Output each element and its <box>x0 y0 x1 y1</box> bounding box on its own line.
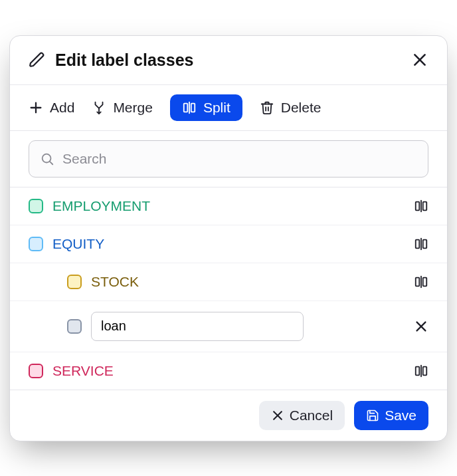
save-icon <box>366 409 379 422</box>
close-icon <box>271 409 284 422</box>
split-label: Split <box>203 100 230 116</box>
svg-rect-20 <box>416 366 420 375</box>
split-icon[interactable] <box>414 275 428 289</box>
add-label: Add <box>50 100 74 116</box>
split-icon[interactable] <box>414 364 428 378</box>
svg-rect-12 <box>416 239 420 248</box>
color-swatch <box>67 275 82 289</box>
split-icon[interactable] <box>414 237 428 251</box>
modal-header: Edit label classes <box>10 36 447 84</box>
split-icon <box>182 100 197 115</box>
new-label-input[interactable] <box>91 312 304 341</box>
svg-rect-5 <box>191 103 195 112</box>
save-button[interactable]: Save <box>354 401 428 430</box>
plus-icon <box>29 100 43 115</box>
add-button[interactable]: Add <box>29 100 74 116</box>
label-name: EQUITY <box>52 236 104 252</box>
svg-rect-10 <box>423 201 427 210</box>
svg-rect-9 <box>416 201 420 210</box>
save-label: Save <box>385 408 416 423</box>
color-swatch <box>67 319 82 334</box>
svg-rect-13 <box>423 239 427 248</box>
edit-label-classes-modal: Edit label classes Add Merge Split <box>9 35 448 441</box>
svg-rect-21 <box>423 366 427 375</box>
label-row-stock[interactable]: STOCK <box>10 263 447 301</box>
search-input[interactable]: Search <box>29 140 428 178</box>
label-row-new <box>10 301 447 352</box>
svg-line-8 <box>50 162 52 164</box>
cancel-button[interactable]: Cancel <box>259 401 345 430</box>
close-icon[interactable] <box>411 51 428 68</box>
label-row-equity[interactable]: EQUITY <box>10 225 447 263</box>
label-row-employment[interactable]: EMPLOYMENT <box>10 187 447 225</box>
search-icon <box>40 152 54 166</box>
split-button[interactable]: Split <box>170 94 242 121</box>
label-row-service[interactable]: SERVICE <box>10 352 447 390</box>
merge-icon <box>92 100 106 115</box>
svg-rect-15 <box>416 277 420 286</box>
close-icon[interactable] <box>414 319 428 334</box>
svg-rect-16 <box>423 277 427 286</box>
color-swatch <box>29 199 43 213</box>
color-swatch <box>29 364 43 378</box>
split-icon[interactable] <box>414 199 428 213</box>
cancel-label: Cancel <box>290 408 333 423</box>
modal-footer: Cancel Save <box>10 390 447 441</box>
label-name: EMPLOYMENT <box>52 198 150 214</box>
label-name: SERVICE <box>52 363 114 379</box>
trash-icon <box>260 100 274 115</box>
search-placeholder: Search <box>62 151 107 167</box>
merge-label: Merge <box>113 100 153 116</box>
modal-title: Edit label classes <box>55 51 193 70</box>
delete-button[interactable]: Delete <box>260 100 321 116</box>
pencil-icon <box>29 51 46 68</box>
label-name: STOCK <box>91 274 139 290</box>
svg-rect-4 <box>184 103 188 112</box>
label-list: EMPLOYMENT EQUITY STOCK <box>10 187 447 390</box>
toolbar: Add Merge Split Delete <box>10 84 447 130</box>
color-swatch <box>29 237 43 251</box>
delete-label: Delete <box>281 100 321 116</box>
merge-button[interactable]: Merge <box>92 100 153 116</box>
